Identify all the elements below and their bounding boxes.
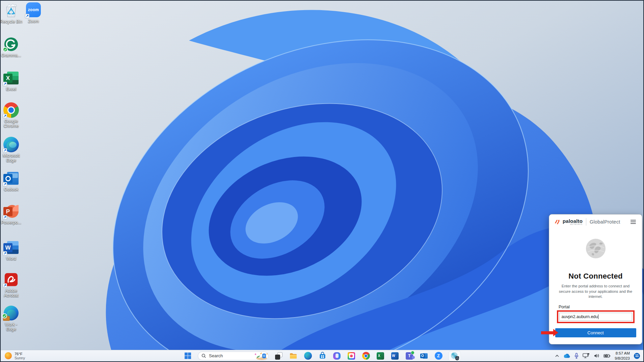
windows-start-icon	[184, 352, 191, 359]
excel-taskbar-button[interactable]: X	[376, 352, 385, 360]
globalprotect-taskbar-button[interactable]	[449, 351, 461, 361]
red-annotation-box: auvpn2.auburn.edu	[557, 310, 635, 323]
status-description: Enter the portal address to connect and …	[557, 284, 635, 300]
desktop-icon-zoom[interactable]: zoom Zoom	[22, 2, 45, 24]
search-placeholder: Search	[209, 353, 254, 358]
portal-input[interactable]: auvpn2.auburn.edu	[559, 313, 632, 321]
desktop-icon-grammarly[interactable]: Gramma...	[0, 36, 22, 58]
desktop-icon-outlook[interactable]: Outlook	[0, 171, 22, 192]
desktop-icon-label: Zoom	[22, 19, 45, 24]
connection-status: Not Connected	[549, 272, 642, 281]
tray-time: 8:57 AM	[615, 351, 630, 356]
clock[interactable]: 8:57 AM 9/8/2023	[615, 351, 630, 361]
battery-charging-icon[interactable]	[603, 354, 611, 358]
notification-badge[interactable]: 11	[634, 353, 640, 359]
shortcut-arrow-icon	[25, 14, 29, 18]
teams-taskbar-button[interactable]: T	[405, 352, 414, 360]
zoom-icon-text: zoom	[28, 7, 39, 12]
brand-name: paloalto	[563, 218, 583, 224]
desktop-icon-label: Word	[0, 256, 22, 261]
globalprotect-window: paloalto NETWORKS GlobalProtect Not Conn…	[549, 214, 642, 344]
hamburger-menu-icon[interactable]	[629, 218, 637, 225]
windows-bloom-wallpaper	[0, 0, 644, 351]
product-name: GlobalProtect	[590, 219, 620, 225]
shield-icon	[455, 356, 459, 360]
speaker-icon[interactable]	[594, 353, 599, 358]
search-icon	[202, 354, 206, 358]
microsoft-365-icon	[333, 352, 341, 360]
edge-icon	[304, 352, 312, 360]
desktop-icon-label: Outlook	[0, 187, 22, 192]
network-display-icon[interactable]	[583, 353, 590, 359]
word-icon: W	[391, 352, 399, 360]
paloalto-logo: paloalto NETWORKS	[554, 218, 583, 226]
desktop-icon-google-chrome[interactable]: Google Chrome	[0, 102, 22, 128]
portal-input-value: auvpn2.auburn.edu	[562, 314, 598, 319]
microsoft-store-button[interactable]	[318, 352, 327, 360]
desktop-icon-adobe-acrobat[interactable]: Adobe Acrobat	[0, 272, 22, 298]
adobe-cc-button[interactable]	[347, 352, 356, 360]
zoom-icon: Z	[435, 352, 442, 360]
connect-button[interactable]: Connect	[555, 328, 636, 337]
desktop-icon-microsoft-edge[interactable]: Microsoft Edge	[0, 137, 22, 163]
brand-subtext: NETWORKS	[563, 224, 583, 226]
chrome-taskbar-button[interactable]	[361, 352, 370, 360]
teams-icon: T	[406, 352, 413, 360]
file-explorer-button[interactable]	[289, 352, 298, 360]
desktop-screen: Recycle Bin zoom Zoom Gramma...	[0, 0, 644, 362]
shortcut-arrow-icon	[3, 215, 7, 219]
check-badge-icon	[2, 313, 7, 318]
desktop-icon-excel[interactable]: X Excel	[0, 70, 22, 92]
desktop-icon-label: Gramma...	[0, 53, 22, 58]
desktop-icon-label: Google Chrome	[0, 119, 22, 128]
start-button[interactable]	[183, 352, 192, 360]
globalprotect-header: paloalto NETWORKS GlobalProtect	[549, 214, 642, 229]
microphone-icon[interactable]	[574, 353, 579, 359]
text-caret	[598, 314, 598, 319]
shortcut-arrow-icon	[3, 283, 7, 288]
edge-taskbar-button[interactable]	[303, 352, 312, 360]
weather-condition: Sunny	[15, 356, 25, 360]
red-annotation-arrow	[541, 329, 558, 336]
check-badge-icon	[3, 47, 8, 52]
search-highlights-icon	[254, 352, 268, 360]
desktop-icon-label: Microsoft Edge	[0, 153, 22, 163]
adobe-cc-icon	[348, 352, 355, 360]
paloalto-logo-icon	[554, 219, 561, 225]
excel-icon: X	[377, 352, 384, 360]
zoom-taskbar-button[interactable]: Z	[434, 352, 443, 360]
desktop-icon-powerpoint[interactable]: P Powerpo...	[0, 204, 22, 225]
globe-icon	[585, 238, 606, 259]
folder-icon	[289, 352, 297, 360]
taskbar: 76°F Sunny Search	[1, 350, 643, 361]
sun-icon	[5, 352, 12, 359]
shortcut-arrow-icon	[3, 148, 7, 153]
desktop-icon-word[interactable]: W Word	[0, 240, 22, 261]
weather-widget[interactable]: 76°F Sunny	[5, 352, 25, 360]
hidden-icons-chevron[interactable]	[555, 354, 559, 357]
shortcut-arrow-icon	[3, 114, 7, 118]
desktop-icon-recycle-bin[interactable]: Recycle Bin	[0, 3, 22, 24]
portal-label: Portal	[559, 305, 642, 309]
search-box[interactable]: Search	[198, 352, 269, 360]
status-available-icon	[411, 351, 414, 355]
desktop-icon-label: Powerpo...	[0, 220, 22, 225]
tray-date: 9/8/2023	[615, 356, 630, 361]
outlook-taskbar-button[interactable]: O	[420, 352, 428, 360]
weather-temp: 76°F	[15, 352, 25, 356]
shortcut-arrow-icon	[3, 82, 7, 86]
desktop-icon-label: Adobe Acrobat	[0, 288, 22, 298]
outlook-icon: O	[420, 352, 428, 360]
shortcut-arrow-icon	[3, 251, 7, 256]
microsoft-store-icon	[319, 352, 326, 360]
divider	[586, 218, 586, 226]
task-view-button[interactable]	[274, 352, 283, 360]
desktop-icon-work-edge[interactable]: Work - Edge	[0, 306, 22, 332]
word-taskbar-button[interactable]: W	[391, 352, 399, 360]
desktop-icon-label: Work - Edge	[0, 322, 22, 332]
onedrive-icon[interactable]	[563, 354, 570, 358]
microsoft-365-button[interactable]	[332, 352, 341, 360]
task-view-icon	[275, 352, 283, 360]
desktop-icon-label: Recycle Bin	[0, 19, 22, 24]
chrome-icon	[362, 352, 370, 360]
